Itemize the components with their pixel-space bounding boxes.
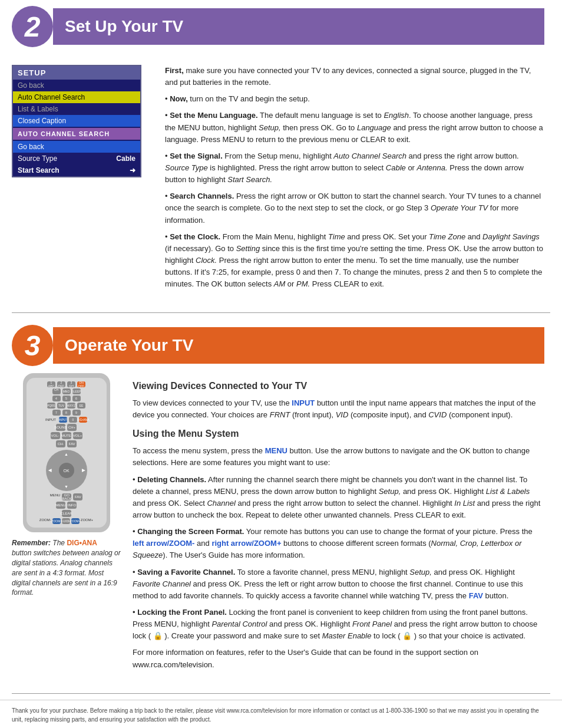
menu-start-search-arrow: ➜ [130, 166, 135, 174]
setup-title-box: Set Up Your TV [53, 8, 544, 45]
menu-system-intro: To access the menu system, press the MEN… [133, 445, 544, 469]
operate-section-header: 3 Operate Your TV [0, 319, 562, 366]
menu-source-label: Source Type [18, 154, 57, 163]
remote-zoomplus-label: ZOOM+ [81, 518, 94, 524]
remote-numpad-row3: 4 5 6 [29, 396, 104, 401]
footer-model: TOCOM 16734770 [495, 726, 544, 728]
operate-section: 1ABC 2DEF 3GH ONOFF CH MNO SLEEP 4 5 6 P… [0, 373, 562, 687]
remote-nav-circle: ▲ ▼ ◀ ▶ OK [46, 450, 87, 491]
remote-numpad-row1: 1ABC 2DEF 3GH ONOFF [29, 381, 104, 387]
remote-btn-7: 7 [52, 410, 61, 416]
operate-body-text: Viewing Devices Connected to Your TV To … [133, 373, 544, 675]
menu-header: SETUP [13, 66, 140, 80]
remote-caption-text: Remember: The DIG•ANA button switches be… [12, 538, 121, 598]
remote-btn-fav: FAV [67, 440, 77, 447]
remote-btn-ee: EE [77, 403, 85, 409]
remote-btn-3: 3GH [67, 381, 75, 387]
setup-section: SETUP Go back Auto Channel Search List &… [0, 54, 562, 307]
remote-btn-volplus: VOL+ [73, 432, 82, 439]
remote-btn-onoff: ONOFF [77, 381, 85, 387]
remote-btn-0: 0 [69, 417, 77, 423]
operate-title-box: Operate Your TV [53, 327, 544, 364]
remote-btn-9: 9 [72, 410, 81, 416]
remote-btn-info: INFO [67, 502, 77, 509]
remote-input-label: INPUT [45, 418, 56, 421]
dig-ana-label: DIG•ANA [67, 539, 97, 547]
remote-btn-8: 8 [62, 410, 71, 416]
more-info-para: For more information on features, refer … [133, 647, 544, 670]
remote-ch-fav-row: CH- FAV [29, 440, 104, 447]
remote-btn-guide: GUIDE [62, 518, 70, 524]
setup-bullet-search: • Search Channels. Press the right arrow… [165, 190, 544, 226]
remote-zoom-row: ZOOM- ZOOM- GUIDE ZOOM+ ZOOM+ [29, 518, 104, 524]
setup-bullet-now: • Now, turn on the TV and begin the setu… [165, 93, 544, 105]
remote-nav-ok: OK [59, 463, 74, 478]
remote-nav-down: ▼ [64, 485, 68, 489]
remote-btn-clear: CLEAR [62, 510, 71, 517]
remote-caption-body: button switches between analog or digita… [12, 549, 121, 597]
menu-start-search-row: Start Search ➜ [13, 164, 140, 176]
remote-caption: Remember: The DIG•ANA button switches be… [12, 538, 121, 598]
subsection-menu-title: Using the Menu System [133, 427, 544, 442]
remote-btn-fav2: FAV [73, 493, 82, 500]
remote-zoom-label: ZOOM- [39, 518, 51, 524]
setup-body-text: First, make sure you have connected your… [165, 65, 544, 295]
setup-bullet-clock: • Set the Clock. From the Main Menu, hig… [165, 231, 544, 291]
tv-menu-mockup: SETUP Go back Auto Channel Search List &… [12, 65, 153, 295]
remote-numpad-row4: PQRS TUV WXYZ EE [29, 403, 104, 409]
remote-btn-input: INPUT [59, 417, 67, 423]
remote-btn-menu2: MENU [56, 502, 65, 509]
locking-front-panel: • Locking the Front Panel. Locking the f… [133, 607, 544, 642]
footer-bottom: TOCOM 16734770 [12, 726, 544, 728]
remote-btn-6: 6 [72, 396, 81, 401]
remote-btn-mute: MUTE [62, 432, 71, 439]
remote-btn-1: 1ABC [47, 381, 55, 387]
remote-btn-wxyz: WXYZ [67, 403, 75, 409]
remote-vol-row: VOL- MUTE VOL+ [29, 432, 104, 439]
menu-sub-goback: Go back [13, 141, 140, 153]
remote-btn-pqrs: PQRS [47, 403, 55, 409]
menu-banner: AUTO CHANNEL SEARCH [13, 128, 140, 140]
remote-btn-5: 5 [62, 396, 71, 401]
setup-section-header: 2 Set Up Your TV [0, 0, 562, 47]
footer-divider [12, 693, 550, 694]
remote-nav-outer: ▲ ▼ ◀ ▶ OK [46, 450, 87, 491]
remote-clear-row: CLEAR [29, 510, 104, 517]
menu-item-closed-caption: Closed Caption [13, 115, 140, 127]
remote-btn-goback: GO BACK [62, 493, 71, 500]
remote-control-wrapper: 1ABC 2DEF 3GH ONOFF CH MNO SLEEP 4 5 6 P… [12, 373, 121, 675]
viewing-para: To view devices connected to your TV, us… [133, 397, 544, 421]
remote-nav-up: ▲ [64, 452, 68, 456]
menu-start-search-label: Start Search [18, 166, 59, 174]
step-3-circle: 3 [12, 325, 53, 366]
remote-menu-label: MENU [50, 493, 61, 500]
remote-btn-4: 4 [52, 396, 61, 401]
section-divider [12, 312, 550, 313]
remote-btn-ch: CH [52, 388, 61, 394]
menu-keyword: MENU [265, 446, 287, 455]
remote-btn-digana: DIG•ANA [79, 417, 87, 423]
remote-btn-volminus: VOL- [51, 432, 60, 439]
remote-menu-row: MENU INFO [29, 502, 104, 509]
remote-input-row: INPUT INPUT 0 DIG•ANA [29, 417, 104, 423]
tv-menu: SETUP Go back Auto Channel Search List &… [12, 65, 141, 177]
remote-btn-chminus: CH- [56, 440, 65, 447]
zoom-minus-keyword: left arrow/ZOOM- [133, 539, 194, 548]
remote-btn-chup: CH+ [67, 424, 77, 431]
zoom-plus-keyword: right arrow/ZOOM+ [211, 539, 281, 548]
remote-btn-mno: MNO [62, 388, 71, 394]
setup-bullet-signal: • Set the Signal. From the Setup menu, h… [165, 150, 544, 186]
remote-sound-row: SOUND CH+ [29, 424, 104, 431]
menu-item-auto-channel: Auto Channel Search [13, 91, 140, 103]
step-2-circle: 2 [12, 6, 53, 47]
subsection-viewing-title: Viewing Devices Connected to Your TV [133, 379, 544, 394]
remote-goback-row: MENU GO BACK FAV [29, 493, 104, 500]
remote-btn-sleep: SLEEP [72, 388, 81, 394]
setup-title: Set Up Your TV [65, 17, 183, 36]
changing-screen-format: • Changing the Screen Format. Your remot… [133, 526, 544, 561]
remote-btn-tuv: TUV [57, 403, 65, 409]
menu-source-value: Cable [116, 154, 135, 163]
menu-source-type-row: Source Type Cable [13, 153, 140, 164]
remote-control: 1ABC 2DEF 3GH ONOFF CH MNO SLEEP 4 5 6 P… [23, 373, 110, 532]
remote-btn-sound: SOUND [56, 424, 65, 431]
